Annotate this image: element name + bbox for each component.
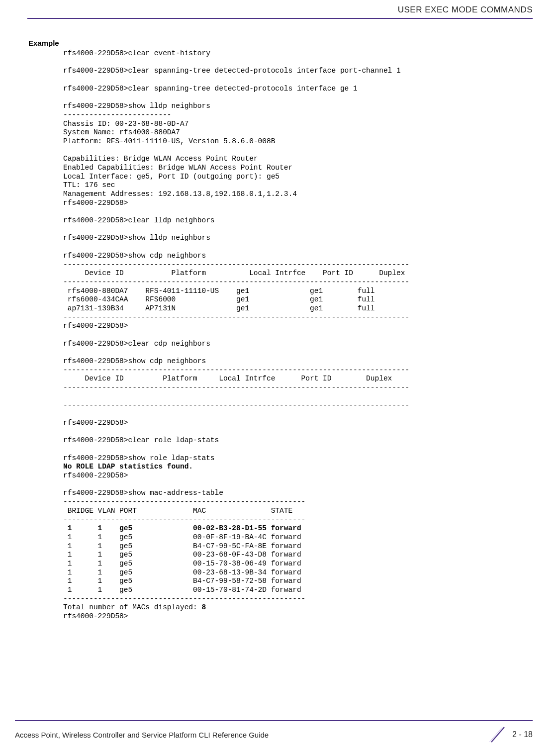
footer-row: Access Point, Wireless Controller and Se… <box>15 725 533 744</box>
output-pre: rfs4000-229D58>clear event-history rfs40… <box>63 49 409 462</box>
page-slash-icon <box>488 725 507 744</box>
page-number: 2 - 18 <box>488 725 533 744</box>
header-rule <box>27 18 533 19</box>
svg-line-1 <box>489 727 502 742</box>
page: USER EXEC MODE COMMANDS Example rfs4000-… <box>0 0 560 754</box>
output-ldap-bold: No ROLE LDAP statistics found. <box>63 463 193 471</box>
footer: Access Point, Wireless Controller and Se… <box>0 720 560 744</box>
example-label: Example <box>28 39 533 47</box>
section-heading: USER EXEC MODE COMMANDS <box>27 5 533 18</box>
output-mac-bold: 1 1 ge5 00-02-B3-28-D1-55 forward <box>63 524 301 532</box>
output-total-bold: 8 <box>201 603 206 611</box>
output-after-ldap: rfs4000-229D58> rfs4000-229D58>show mac-… <box>63 471 305 523</box>
output-tail: rfs4000-229D58> <box>63 612 128 620</box>
terminal-output: rfs4000-229D58>clear event-history rfs40… <box>63 49 533 621</box>
page-number-text: 2 - 18 <box>512 730 533 739</box>
svg-line-0 <box>491 727 504 742</box>
footer-title: Access Point, Wireless Controller and Se… <box>15 731 269 739</box>
output-after-mac: 1 1 ge5 00-0F-8F-19-BA-4C forward 1 1 ge… <box>63 533 305 612</box>
footer-rule <box>15 720 533 721</box>
